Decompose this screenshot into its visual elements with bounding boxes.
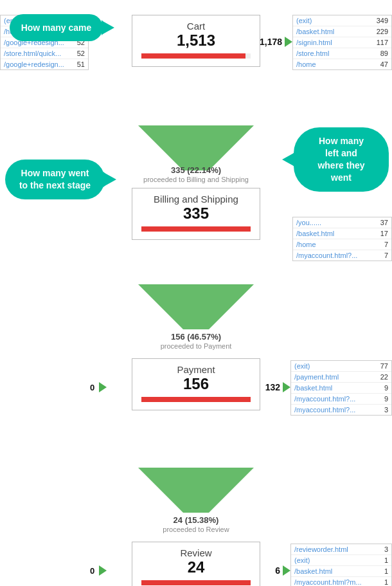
- bubble-left: How manyleft andwhere theywent: [294, 127, 389, 192]
- exit-val-payment: 132: [265, 382, 280, 392]
- exit-panel-payment: (exit)77 /payment.html22 /basket.html9 /…: [290, 360, 392, 416]
- stage-name-billing: Billing and Shipping: [140, 194, 252, 205]
- progress-fill-billing: [141, 226, 251, 232]
- bubble-next-stage: How many wentto the next stage: [5, 160, 105, 199]
- enter-val-review: 0: [90, 566, 94, 576]
- exit-row: (exit)349: [293, 15, 391, 26]
- funnel-container: How many came How many wentto the next s…: [0, 0, 392, 586]
- proceed-count-2: 156 (46.57%): [0, 332, 392, 342]
- exit-arrow-review: 6: [275, 565, 290, 576]
- stage-box-cart: Cart 1,513: [132, 15, 260, 67]
- exit-row: /basket.html229: [293, 26, 391, 37]
- stage-count-review: 24: [140, 558, 252, 576]
- stage-name-payment: Payment: [140, 364, 252, 375]
- arrow-left-payment: [99, 382, 107, 392]
- enter-val-payment: 0: [90, 383, 94, 392]
- stage-count-billing: 335: [140, 205, 252, 223]
- exit-row: /home7: [293, 239, 391, 250]
- exit-row: /home47: [293, 59, 391, 69]
- progress-fill-payment: [141, 397, 251, 402]
- progress-bar-cart: [141, 53, 251, 59]
- exit-row: /myaccount.html?...3: [291, 405, 391, 415]
- bubble-came-text: How many came: [21, 23, 92, 33]
- proceed-label-3: proceeded to Review: [0, 526, 392, 533]
- exit-row: /you......37: [293, 217, 391, 228]
- bubble-next-text: How many wentto the next stage: [19, 168, 91, 190]
- exit-arrow-payment: 132: [265, 382, 290, 392]
- proceed-2: 156 (46.57%) proceeded to Payment: [0, 332, 392, 350]
- exit-panel-cart: (exit)349 /basket.html229 /signin.html11…: [292, 15, 392, 70]
- exit-arrow-cart: 1,178: [260, 37, 292, 47]
- exit-row: /store.html89: [293, 48, 391, 59]
- exit-row: /basket.html1: [291, 566, 391, 577]
- stage-name-cart: Cart: [140, 21, 252, 32]
- exit-row: /signin.html117: [293, 37, 391, 48]
- exit-panel-review: /revieworder.html3 (exit)1 /basket.html1…: [290, 544, 392, 586]
- funnel-svg-1: [132, 125, 260, 170]
- stage-review: Review 24 0 6 /revieworder.html3 (exit)1…: [0, 538, 392, 586]
- stage-billing: Billing and Shipping 335 /you......37 /b…: [0, 185, 392, 304]
- bubble-came: How many came: [10, 14, 103, 41]
- arrow-right-cart: [285, 37, 292, 47]
- exit-row: /myaccount.html?m...1: [291, 577, 391, 586]
- exit-row: /payment.html22: [291, 372, 391, 383]
- proceed-3: 24 (15.38%) proceeded to Review: [0, 515, 392, 533]
- stage-count-cart: 1,513: [140, 32, 252, 50]
- progress-bar-billing: [141, 226, 251, 232]
- exit-row: /basket.html9: [291, 383, 391, 394]
- source-row: /google+redesign...51: [1, 59, 88, 69]
- exit-row: (exit)77: [291, 361, 391, 372]
- exit-val-cart: 1,178: [260, 37, 282, 47]
- proceed-label-2: proceeded to Payment: [0, 342, 392, 350]
- stage-count-payment: 156: [140, 375, 252, 393]
- stage-box-billing: Billing and Shipping 335: [132, 188, 260, 240]
- stage-box-review: Review 24: [132, 542, 260, 586]
- exit-row: (exit)1: [291, 555, 391, 566]
- exit-row: /revieworder.html3: [291, 544, 391, 555]
- arrow-right-review: [283, 565, 290, 576]
- exit-row: /basket.html17: [293, 228, 391, 239]
- exit-row: /myaccount.html?...9: [291, 394, 391, 405]
- enter-arrow-payment: 0: [90, 382, 107, 392]
- stage-name-review: Review: [140, 547, 252, 558]
- progress-bar-review: [141, 580, 251, 585]
- source-row: /store.html/quick...52: [1, 48, 88, 59]
- stage-payment: Payment 156 0 132 (exit)77 /payment.html…: [0, 355, 392, 481]
- proceed-count-3: 24 (15.38%): [0, 515, 392, 525]
- exit-panel-billing: /you......37 /basket.html17 /home7 /myac…: [292, 217, 392, 261]
- arrow-left-review: [99, 565, 107, 576]
- exit-val-review: 6: [275, 565, 280, 576]
- stage-box-payment: Payment 156: [132, 358, 260, 410]
- exit-row: /myaccount.html?...7: [293, 250, 391, 261]
- bubble-left-text: How manyleft andwhere theywent: [317, 136, 364, 183]
- progress-fill-review: [141, 580, 251, 585]
- arrow-right-payment: [283, 382, 290, 392]
- enter-arrow-review: 0: [90, 565, 107, 576]
- progress-fill-cart: [141, 53, 245, 59]
- progress-bar-payment: [141, 397, 251, 402]
- svg-marker-0: [138, 125, 254, 170]
